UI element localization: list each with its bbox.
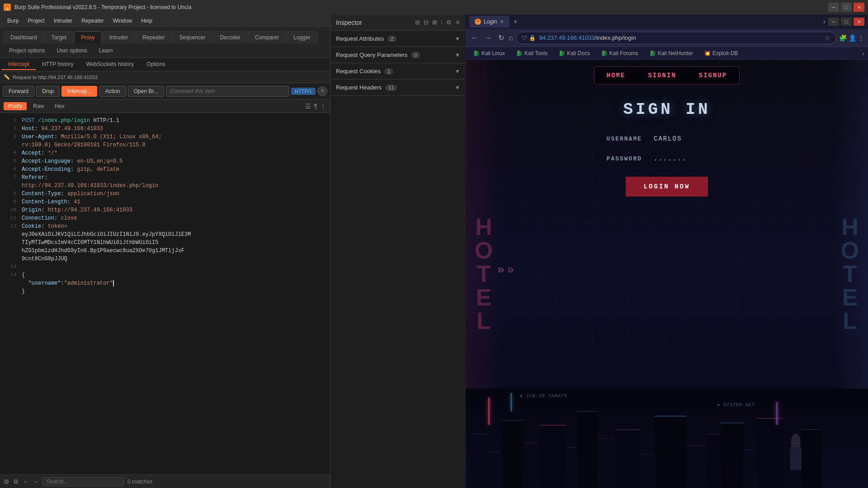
cookies-header[interactable]: Request Cookies 1 ▼ bbox=[330, 63, 466, 79]
action-button[interactable]: Action bbox=[99, 86, 126, 97]
bookmark-kali-docs[interactable]: 🐉 Kali Docs bbox=[555, 49, 594, 57]
code-line-7: 7 Referer: bbox=[0, 174, 330, 182]
inspector-settings-icon[interactable]: ⚙ bbox=[446, 19, 452, 26]
settings-icon[interactable]: ⚙ bbox=[4, 478, 9, 485]
bookmark-nethunter[interactable]: 🐉 Kali NetHunter bbox=[646, 49, 697, 57]
drop-button[interactable]: Drop bbox=[36, 86, 60, 97]
menu-project[interactable]: Project bbox=[24, 17, 48, 25]
tab-dashboard[interactable]: Dashboard bbox=[4, 31, 44, 43]
browser-tab-login[interactable]: 🦊 Login ✕ bbox=[469, 16, 509, 28]
bookmarks-more-icon[interactable]: › bbox=[862, 50, 864, 57]
more-icon[interactable]: ⋮ bbox=[320, 103, 326, 110]
menu-help[interactable]: Help bbox=[137, 17, 156, 25]
address-text[interactable]: 94.237.49.166:41033/index.php/login bbox=[539, 34, 821, 41]
building-13 bbox=[706, 434, 720, 488]
forward-button[interactable]: → bbox=[483, 33, 494, 43]
nav-signup[interactable]: SIGNUP bbox=[688, 68, 738, 83]
subtab-learn[interactable]: Learn bbox=[94, 46, 118, 56]
inspector-close-icon[interactable]: ✕ bbox=[455, 19, 460, 26]
address-bar[interactable]: 🛡 🔒 94.237.49.166:41033/index.php/login … bbox=[516, 32, 836, 44]
menu-repeater[interactable]: Repeater bbox=[78, 17, 107, 25]
gear-icon[interactable]: ⚙ bbox=[13, 478, 19, 485]
bookmark-kali-linux[interactable]: 🐉 Kali Linux bbox=[469, 49, 509, 57]
list-icon[interactable]: ☰ bbox=[305, 103, 311, 110]
code-line-12e: 9cnt8CnG9pJJUQ bbox=[0, 255, 330, 263]
inspector-grid-icon[interactable]: ⊞ bbox=[415, 19, 420, 26]
scroll-tabs-icon[interactable]: › bbox=[823, 18, 826, 26]
proxy-tab-http-history[interactable]: HTTP history bbox=[36, 59, 80, 70]
building-1 bbox=[470, 434, 488, 488]
code-line-14a: 14 { bbox=[0, 271, 330, 279]
inspector-split-icon[interactable]: ⊠ bbox=[432, 19, 437, 26]
sub-tabs: Project options User options Learn bbox=[0, 43, 330, 58]
tab-logger[interactable]: Logger bbox=[287, 31, 317, 43]
close-button[interactable]: ✕ bbox=[854, 3, 864, 12]
nav-home[interactable]: HOME bbox=[595, 68, 637, 83]
view-tab-raw[interactable]: Raw bbox=[28, 102, 48, 110]
search-input[interactable] bbox=[42, 477, 124, 486]
bookmark-exploitdb[interactable]: 💥 Exploit-DB bbox=[700, 49, 742, 57]
profile-icon[interactable]: 👤 bbox=[849, 34, 856, 42]
code-line-14b: "username":"administrator" bbox=[0, 279, 330, 287]
tab-proxy[interactable]: Proxy bbox=[74, 31, 102, 43]
tab-sequencer[interactable]: Sequencer bbox=[173, 31, 212, 43]
bookmarks-bar: 🐉 Kali Linux 🐉 Kali Tools 🐉 Kali Docs 🐉 … bbox=[466, 47, 868, 60]
intercept-button[interactable]: Intercep... bbox=[61, 86, 97, 97]
password-value[interactable]: ....... bbox=[649, 152, 746, 165]
forward-button[interactable]: Forward bbox=[3, 86, 34, 97]
browser-maximize[interactable]: □ bbox=[841, 18, 852, 26]
proxy-tab-websockets[interactable]: WebSockets history bbox=[80, 59, 141, 70]
login-now-button[interactable]: LOGIN NOW bbox=[626, 177, 708, 197]
maximize-button[interactable]: □ bbox=[841, 3, 852, 12]
bookmark-kali-tools[interactable]: 🐉 Kali Tools bbox=[512, 49, 551, 57]
tab-repeater[interactable]: Repeater bbox=[136, 31, 171, 43]
comment-field[interactable] bbox=[166, 86, 289, 97]
code-editor[interactable]: 1 POST /index.php/login HTTP/1.1 2 Host:… bbox=[0, 113, 330, 474]
inspector-align-icon[interactable]: ⁝ bbox=[441, 19, 443, 26]
browser-minimize[interactable]: ─ bbox=[828, 18, 839, 26]
forward-nav-icon[interactable]: → bbox=[33, 478, 39, 485]
kali-linux-icon: 🐉 bbox=[473, 50, 480, 56]
reload-button[interactable]: ↻ bbox=[496, 33, 506, 43]
browser-content: H O T E L » » HO bbox=[466, 60, 868, 488]
format-icon[interactable]: ¶ bbox=[314, 103, 317, 110]
tab-decoder[interactable]: Decoder bbox=[213, 31, 247, 43]
back-button[interactable]: ← bbox=[469, 33, 480, 43]
code-line-14c: } bbox=[0, 287, 330, 296]
request-attributes-header[interactable]: Request Attributes 2 ▼ bbox=[330, 31, 466, 47]
username-value[interactable]: CARLOS bbox=[649, 132, 746, 145]
query-params-count: 0 bbox=[411, 52, 420, 58]
building-3 bbox=[501, 420, 524, 488]
tab-comparer[interactable]: Comparer bbox=[248, 31, 286, 43]
new-tab-button[interactable]: + bbox=[513, 18, 517, 26]
menu-burp[interactable]: Burp bbox=[4, 17, 22, 25]
subtab-project-options[interactable]: Project options bbox=[4, 46, 50, 56]
browser-close[interactable]: ✕ bbox=[854, 18, 864, 26]
home-button[interactable]: ⌂ bbox=[509, 34, 513, 42]
query-params-header[interactable]: Request Query Parameters 0 ▼ bbox=[330, 47, 466, 63]
extensions-icon[interactable]: 🧩 bbox=[839, 34, 847, 42]
minimize-button[interactable]: ─ bbox=[828, 3, 839, 12]
proxy-tab-options[interactable]: Options bbox=[140, 59, 171, 70]
help-button[interactable]: ? bbox=[317, 86, 327, 96]
tab-close-button[interactable]: ✕ bbox=[500, 19, 504, 25]
bookmark-button[interactable]: ☆ bbox=[825, 34, 830, 42]
inspector-panel-icon[interactable]: ⊟ bbox=[424, 19, 429, 26]
headers-header[interactable]: Request Headers 11 ▼ bbox=[330, 80, 466, 95]
back-icon[interactable]: ← bbox=[23, 478, 29, 485]
tab-intruder[interactable]: Intruder bbox=[103, 31, 135, 43]
open-browser-button[interactable]: Open Br... bbox=[128, 86, 164, 97]
menu-icon[interactable]: ⋮ bbox=[858, 34, 864, 42]
menu-window[interactable]: Window bbox=[109, 17, 136, 25]
headers-label: Request Headers bbox=[336, 84, 382, 91]
cityscape: ◈ 1CB:28 YAMATO ◈ SYSTEM.NET bbox=[466, 389, 868, 488]
nav-signin[interactable]: SIGNIN bbox=[637, 68, 687, 83]
bookmark-kali-forums[interactable]: 🐉 Kali Forums bbox=[597, 49, 642, 57]
view-tab-pretty[interactable]: Pretty bbox=[4, 102, 27, 110]
view-tab-hex[interactable]: Hex bbox=[50, 102, 69, 110]
menu-intruder[interactable]: Intruder bbox=[50, 17, 76, 25]
main-tabs: Dashboard Target Proxy Intruder Repeater… bbox=[0, 27, 330, 43]
tab-target[interactable]: Target bbox=[45, 31, 73, 43]
proxy-tab-intercept[interactable]: Intercept bbox=[2, 59, 36, 70]
subtab-user-options[interactable]: User options bbox=[51, 46, 92, 56]
